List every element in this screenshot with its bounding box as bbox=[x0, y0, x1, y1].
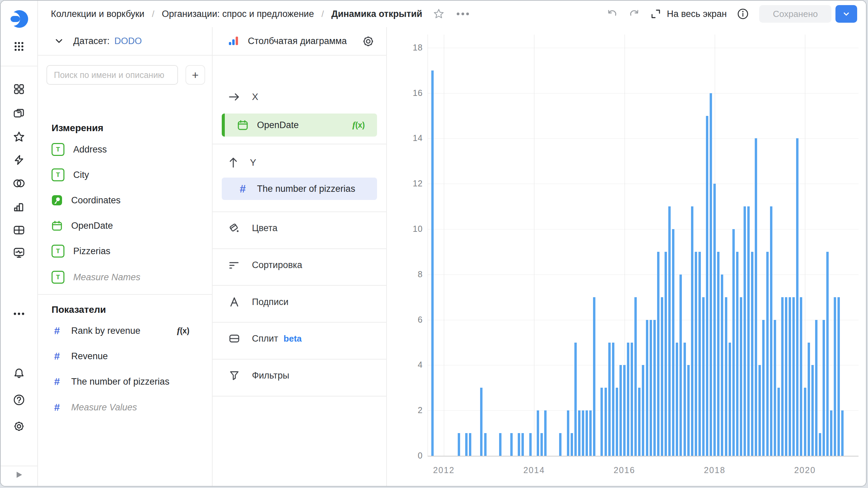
chart-bar[interactable] bbox=[732, 229, 735, 456]
redo-button[interactable] bbox=[628, 8, 640, 20]
x-field-pill[interactable]: OpenDate f(x) bbox=[222, 114, 377, 137]
dimension-item-measure-names[interactable]: T Measure Names bbox=[52, 267, 201, 287]
chart-bar[interactable] bbox=[706, 116, 708, 456]
split-section[interactable]: Сплит beta bbox=[228, 328, 374, 349]
sidebar-item-dashboards[interactable] bbox=[1, 247, 37, 259]
chart-bar[interactable] bbox=[781, 297, 784, 456]
chart-bar[interactable] bbox=[619, 365, 622, 456]
chart-bar[interactable] bbox=[665, 252, 667, 456]
chart-bar[interactable] bbox=[819, 433, 821, 456]
chart-bar[interactable] bbox=[627, 343, 629, 456]
sidebar-item-more[interactable] bbox=[1, 312, 37, 316]
favorite-star-button[interactable] bbox=[433, 8, 445, 20]
chart-bar[interactable] bbox=[751, 252, 753, 456]
chart-bar[interactable] bbox=[800, 297, 802, 456]
sidebar-item-tables[interactable] bbox=[1, 224, 37, 236]
save-dropdown-button[interactable] bbox=[835, 5, 857, 23]
chart-bar[interactable] bbox=[600, 388, 603, 456]
chart-bar[interactable] bbox=[634, 297, 637, 456]
chart-bar[interactable] bbox=[815, 320, 817, 456]
chart-bar[interactable] bbox=[661, 297, 663, 456]
chart-bar[interactable] bbox=[646, 320, 648, 456]
field-search-input[interactable] bbox=[46, 65, 178, 85]
sidebar-item-favorites[interactable] bbox=[1, 131, 37, 143]
fullscreen-label[interactable]: На весь экран bbox=[667, 9, 727, 19]
chart-bar[interactable] bbox=[593, 297, 595, 456]
dimension-item-city[interactable]: T City bbox=[52, 165, 201, 185]
datalens-logo[interactable] bbox=[1, 9, 37, 28]
chart-bar[interactable] bbox=[638, 388, 640, 456]
chart-bar[interactable] bbox=[499, 433, 501, 456]
chart-bar[interactable] bbox=[582, 410, 584, 456]
chart-bar[interactable] bbox=[537, 410, 539, 456]
chart-bar[interactable] bbox=[758, 365, 761, 456]
chart-bar[interactable] bbox=[458, 433, 460, 456]
chart-bar[interactable] bbox=[642, 365, 644, 456]
sidebar-item-charts[interactable] bbox=[1, 200, 37, 212]
y-field-pill[interactable]: # The number of pizzerias bbox=[222, 178, 377, 200]
chart-bar[interactable] bbox=[631, 343, 633, 456]
chart-bar[interactable] bbox=[668, 206, 671, 456]
chart-bar[interactable] bbox=[544, 410, 547, 456]
chart-bar[interactable] bbox=[484, 433, 487, 456]
chart-bar[interactable] bbox=[574, 343, 577, 456]
chart-type-selector[interactable]: Столбчатая диаграмма bbox=[213, 27, 386, 56]
chart-bar[interactable] bbox=[830, 410, 832, 456]
chart-bar[interactable] bbox=[623, 365, 626, 456]
chart-bar[interactable] bbox=[736, 252, 738, 456]
chart-bar[interactable] bbox=[586, 410, 588, 456]
chart-bar[interactable] bbox=[657, 252, 659, 456]
labels-section[interactable]: Подписи bbox=[228, 292, 374, 312]
dimension-item-coordinates[interactable]: Coordinates bbox=[52, 190, 201, 210]
chart-bar[interactable] bbox=[762, 320, 765, 456]
chart-bar[interactable] bbox=[510, 433, 513, 456]
info-button[interactable] bbox=[737, 8, 749, 20]
notifications-button[interactable] bbox=[1, 367, 37, 380]
chart-bar[interactable] bbox=[766, 252, 769, 456]
chart-bar[interactable] bbox=[687, 365, 690, 456]
chart-bar[interactable] bbox=[770, 206, 772, 456]
chart-bar[interactable] bbox=[755, 138, 757, 456]
undo-button[interactable] bbox=[607, 8, 618, 20]
measure-item-revenue[interactable]: # Revenue bbox=[52, 346, 201, 366]
chart-bar[interactable] bbox=[841, 410, 844, 456]
chart-bar[interactable] bbox=[605, 388, 607, 456]
chart-bar[interactable] bbox=[804, 388, 806, 456]
chart-settings-button[interactable] bbox=[362, 35, 375, 48]
chart-bar[interactable] bbox=[789, 297, 791, 456]
chart-bar[interactable] bbox=[698, 252, 701, 456]
sidebar-item-overview[interactable] bbox=[1, 83, 37, 95]
chart-bar[interactable] bbox=[691, 206, 693, 456]
chart-bar[interactable] bbox=[721, 274, 723, 456]
dimension-item-opendate[interactable]: OpenDate bbox=[52, 216, 201, 236]
chart-bar[interactable] bbox=[702, 297, 705, 456]
chart-bar[interactable] bbox=[608, 343, 611, 456]
apps-grid-button[interactable] bbox=[1, 41, 37, 52]
measure-item-measure-values[interactable]: # Measure Values bbox=[52, 397, 201, 418]
chart-bar[interactable] bbox=[785, 297, 787, 456]
chart-bar[interactable] bbox=[650, 320, 652, 456]
chart-bar[interactable] bbox=[837, 297, 840, 456]
fullscreen-button[interactable] bbox=[650, 8, 662, 20]
dimension-item-pizzerias[interactable]: T Pizzerias bbox=[52, 241, 201, 261]
chart-bar[interactable] bbox=[559, 433, 561, 456]
settings-button[interactable] bbox=[1, 420, 37, 432]
colors-section[interactable]: Цвета bbox=[228, 218, 374, 238]
chart-bar[interactable] bbox=[672, 229, 674, 456]
more-actions-button[interactable] bbox=[456, 12, 470, 16]
chart-bar[interactable] bbox=[777, 388, 780, 456]
chart-bar[interactable] bbox=[823, 320, 825, 456]
chart-bar[interactable] bbox=[717, 252, 719, 456]
chart-bar[interactable] bbox=[796, 138, 798, 456]
chart-bar[interactable] bbox=[521, 433, 524, 456]
chart-bar[interactable] bbox=[684, 343, 686, 456]
measure-item-rank-by-revenue[interactable]: # Rank by revenue f(x) bbox=[52, 321, 201, 341]
chart-bar[interactable] bbox=[826, 252, 829, 456]
sidebar-item-connections[interactable] bbox=[1, 154, 37, 166]
chart-bar[interactable] bbox=[679, 274, 682, 456]
chart-bar[interactable] bbox=[676, 343, 678, 456]
dataset-name-link[interactable]: DODO bbox=[114, 36, 142, 46]
chart-bar[interactable] bbox=[465, 433, 468, 456]
chart-bar[interactable] bbox=[774, 320, 776, 456]
chart-bar[interactable] bbox=[529, 433, 532, 456]
